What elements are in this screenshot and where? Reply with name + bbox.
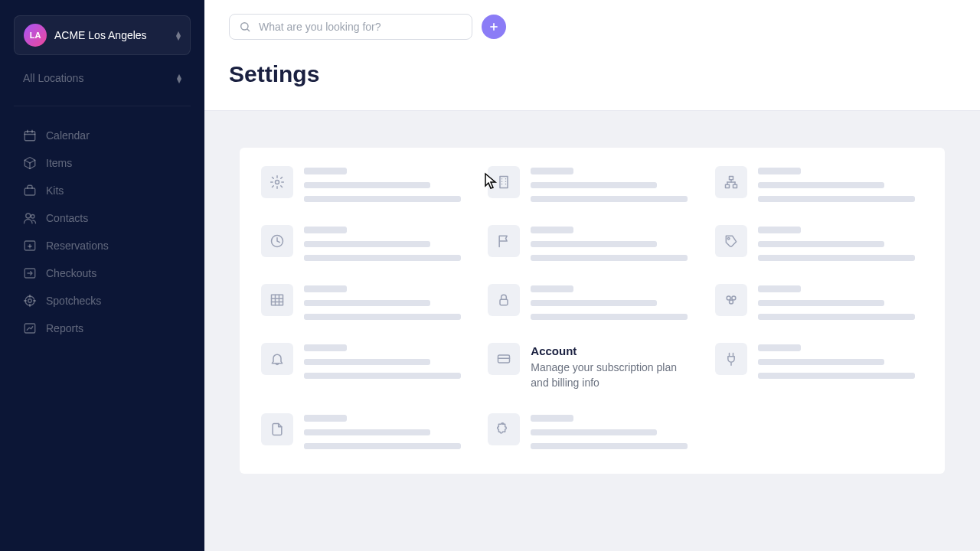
location-label: All Locations (23, 72, 83, 84)
tile-body (304, 166, 469, 202)
settings-tile-lock[interactable] (488, 284, 696, 320)
nav-label: Calendar (46, 129, 90, 142)
settings-tile-card[interactable]: AccountManage your subscription plan and… (488, 343, 696, 390)
nav-label: Items (46, 157, 72, 169)
svg-point-23 (276, 181, 279, 184)
sidebar: LA ACME Los Angeles ▴▾ All Locations ▴▾ … (0, 0, 204, 551)
main: Settings AccountManage your subscription… (204, 0, 980, 551)
svg-point-46 (727, 296, 730, 300)
topbar: Settings (204, 0, 980, 111)
search-box[interactable] (229, 14, 472, 40)
settings-tile-tag[interactable] (715, 225, 923, 261)
settings-tile-gear[interactable] (261, 166, 469, 202)
chart-icon (23, 321, 37, 335)
workspace-switcher[interactable]: LA ACME Los Angeles ▴▾ (14, 15, 191, 55)
svg-rect-49 (498, 355, 510, 363)
chevron-updown-icon: ▴▾ (176, 31, 181, 40)
briefcase-icon (23, 184, 37, 197)
search-icon (239, 21, 251, 33)
tile-body (531, 166, 696, 202)
puzzle-icon (488, 413, 520, 445)
bell-icon (261, 343, 293, 375)
plus-icon (488, 21, 500, 33)
tile-body (758, 284, 923, 320)
tile-body (304, 225, 469, 261)
target-icon (23, 294, 37, 308)
add-button[interactable] (482, 15, 506, 39)
settings-card: AccountManage your subscription plan and… (240, 148, 945, 474)
tile-body (531, 225, 696, 261)
svg-point-6 (26, 214, 31, 218)
tile-body (304, 413, 469, 449)
calendar-icon (23, 129, 37, 142)
svg-point-48 (729, 300, 733, 304)
nav-label: Reservations (46, 240, 109, 252)
sidebar-item-contacts[interactable]: Contacts (14, 204, 191, 232)
svg-rect-5 (24, 188, 35, 195)
search-input[interactable] (259, 21, 462, 33)
nav-label: Kits (46, 184, 64, 197)
svg-point-7 (31, 215, 35, 219)
sidebar-item-kits[interactable]: Kits (14, 177, 191, 204)
card-icon (488, 343, 520, 375)
tile-body (304, 343, 469, 390)
tag-icon (715, 225, 747, 257)
nav-label: Checkouts (46, 267, 96, 279)
settings-tile-puzzle[interactable] (488, 413, 696, 449)
settings-tile-plug[interactable] (715, 343, 923, 390)
chevron-updown-icon: ▴▾ (177, 73, 181, 83)
clock-icon (261, 225, 293, 257)
sidebar-item-reservations[interactable]: Reservations (14, 232, 191, 259)
location-switcher[interactable]: All Locations ▴▾ (14, 64, 191, 92)
sitemap-icon (715, 166, 747, 198)
svg-point-13 (28, 299, 32, 303)
file-icon (261, 413, 293, 445)
svg-rect-24 (500, 177, 508, 188)
tile-body (531, 413, 696, 449)
tile-title: Account (531, 344, 696, 357)
content: AccountManage your subscription plan and… (204, 111, 980, 551)
settings-tile-clock[interactable] (261, 225, 469, 261)
tile-body (531, 284, 696, 320)
plug-icon (715, 343, 747, 375)
cube-icon (23, 156, 37, 170)
tile-body (758, 166, 923, 202)
settings-tile-table[interactable] (261, 284, 469, 320)
sidebar-item-calendar[interactable]: Calendar (14, 122, 191, 149)
settings-tile-bell[interactable] (261, 343, 469, 390)
workspace-name: ACME Los Angeles (54, 29, 168, 41)
svg-rect-45 (500, 299, 508, 305)
nav-label: Contacts (46, 212, 88, 224)
sidebar-item-spotchecks[interactable]: Spotchecks (14, 287, 191, 315)
building-icon (488, 166, 520, 198)
svg-point-47 (731, 296, 735, 300)
nav-list: CalendarItemsKitsContactsReservationsChe… (14, 122, 191, 342)
sidebar-item-items[interactable]: Items (14, 149, 191, 177)
nav-label: Reports (46, 322, 83, 334)
svg-rect-0 (24, 132, 35, 141)
page-title: Settings (229, 61, 956, 87)
settings-grid: AccountManage your subscription plan and… (261, 166, 923, 449)
svg-point-39 (727, 237, 730, 240)
tile-body (758, 225, 923, 261)
tile-body (758, 343, 923, 390)
workspace-avatar: LA (24, 24, 47, 47)
svg-point-19 (241, 23, 248, 30)
sidebar-item-reports[interactable]: Reports (14, 315, 191, 342)
gear-icon (261, 166, 293, 198)
settings-tile-file[interactable] (261, 413, 469, 449)
settings-tile-group[interactable] (715, 284, 923, 320)
tile-body: AccountManage your subscription plan and… (531, 343, 696, 390)
table-icon (261, 284, 293, 316)
settings-tile-building[interactable] (488, 166, 696, 202)
reservation-icon (23, 239, 37, 253)
flag-icon (488, 225, 520, 257)
nav-label: Spotchecks (46, 295, 101, 307)
lock-icon (488, 284, 520, 316)
settings-tile-flag[interactable] (488, 225, 696, 261)
settings-tile-sitemap[interactable] (715, 166, 923, 202)
sidebar-item-checkouts[interactable]: Checkouts (14, 259, 191, 287)
checkout-icon (23, 266, 37, 280)
tile-desc: Manage your subscription plan and billin… (531, 360, 696, 390)
svg-line-20 (247, 29, 250, 31)
